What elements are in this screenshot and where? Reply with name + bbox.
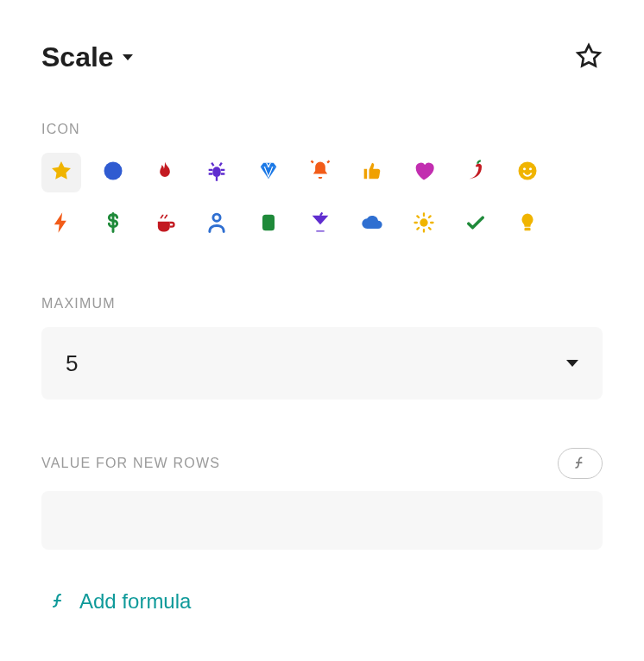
icon-option-smile[interactable]	[508, 153, 547, 192]
column-type-title: Scale	[41, 41, 114, 73]
add-formula-label: Add formula	[79, 589, 191, 614]
star-outline-icon[interactable]	[575, 42, 603, 73]
coffee-icon	[153, 211, 177, 238]
icon-option-check[interactable]	[456, 205, 496, 244]
icon-option-coffee[interactable]	[145, 205, 185, 244]
svg-point-7	[420, 218, 427, 226]
icon-option-bug[interactable]	[197, 153, 237, 192]
maximum-label: Maximum	[41, 296, 603, 312]
add-formula-button[interactable]: Add formula	[41, 584, 603, 619]
icon-option-sun[interactable]	[404, 205, 444, 244]
svg-point-0	[104, 162, 123, 180]
icon-option-bulb[interactable]	[508, 205, 547, 244]
icon-option-circle[interactable]	[93, 153, 133, 192]
svg-point-5	[213, 214, 220, 221]
card-icon	[256, 211, 281, 238]
chili-icon	[464, 159, 488, 186]
svg-rect-1	[212, 167, 220, 177]
bug-icon	[205, 159, 229, 186]
caret-down-icon	[566, 360, 578, 367]
person-icon	[205, 211, 229, 238]
icon-option-cocktail[interactable]	[300, 205, 340, 244]
value-for-new-rows-label: Value for new rows	[41, 456, 220, 471]
bolt-icon	[49, 211, 73, 238]
icon-option-thumbs-up[interactable]	[352, 153, 392, 192]
column-type-dropdown[interactable]: Scale	[41, 41, 133, 73]
icon-option-diamond[interactable]	[249, 153, 288, 192]
icon-option-chili[interactable]	[456, 153, 496, 192]
icon-option-fire[interactable]	[145, 153, 185, 192]
svg-point-3	[523, 167, 526, 170]
cocktail-icon	[308, 211, 332, 238]
icon-option-card[interactable]	[249, 205, 288, 244]
thumbs-up-icon	[360, 159, 384, 186]
diamond-icon	[256, 159, 281, 186]
svg-point-2	[519, 162, 537, 180]
smile-icon	[515, 159, 540, 186]
icon-option-bolt[interactable]	[41, 205, 81, 244]
formula-toggle-button[interactable]	[558, 448, 603, 479]
caret-down-icon	[123, 54, 133, 60]
icon-section-label: Icon	[41, 122, 603, 137]
svg-rect-8	[525, 228, 531, 231]
icon-option-bell[interactable]	[300, 153, 340, 192]
sun-icon	[412, 211, 436, 238]
cloud-icon	[360, 211, 384, 238]
circle-icon	[101, 159, 125, 186]
maximum-select[interactable]: 5	[41, 327, 603, 400]
bulb-icon	[515, 211, 540, 238]
icon-option-star[interactable]	[41, 153, 81, 192]
check-icon	[464, 211, 488, 238]
fire-icon	[153, 159, 177, 186]
svg-rect-6	[262, 215, 275, 231]
maximum-value: 5	[66, 350, 78, 377]
svg-point-4	[529, 167, 532, 170]
value-for-new-rows-input[interactable]	[41, 491, 603, 550]
icon-option-cloud[interactable]	[352, 205, 392, 244]
heart-icon	[412, 159, 436, 186]
icon-option-dollar[interactable]	[93, 205, 133, 244]
dollar-icon	[101, 211, 125, 238]
bell-icon	[308, 159, 332, 186]
icon-grid	[41, 153, 603, 244]
icon-option-heart[interactable]	[404, 153, 444, 192]
icon-option-person[interactable]	[197, 205, 237, 244]
star-icon	[49, 159, 73, 186]
